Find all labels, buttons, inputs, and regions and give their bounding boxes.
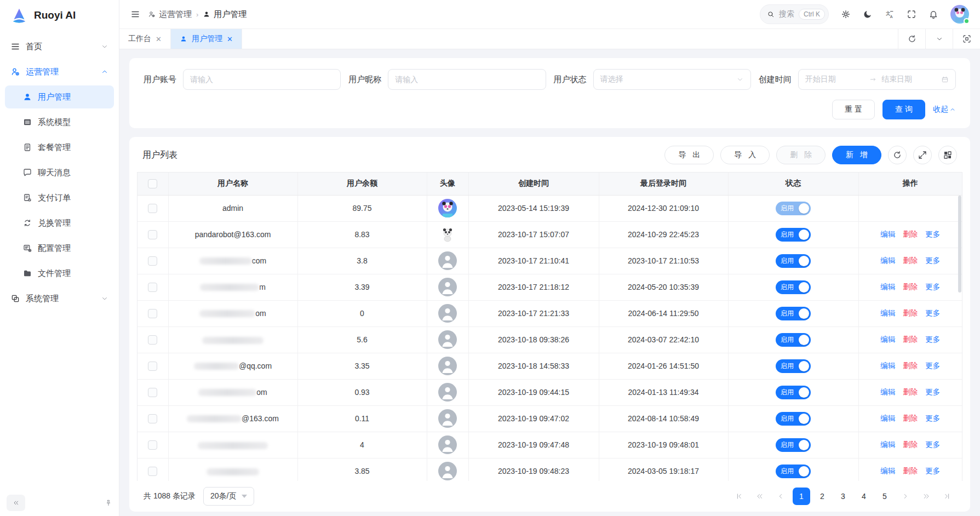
status-toggle[interactable]: 启用 xyxy=(776,280,811,294)
status-toggle[interactable]: 启用 xyxy=(776,438,811,452)
query-button[interactable]: 查 询 xyxy=(882,100,925,119)
breadcrumb-item-operations[interactable]: 运营管理 xyxy=(148,9,192,20)
more-link[interactable]: 更多 xyxy=(925,362,940,370)
edit-link[interactable]: 编辑 xyxy=(880,309,895,317)
more-link[interactable]: 更多 xyxy=(925,283,940,291)
tab-user-management[interactable]: 用户管理 ✕ xyxy=(171,29,242,49)
status-toggle[interactable]: 启用 xyxy=(776,254,811,268)
fullscreen-icon[interactable] xyxy=(907,9,916,19)
first-page-button[interactable] xyxy=(730,488,748,505)
collapse-filter-link[interactable]: 收起 xyxy=(933,105,956,114)
status-toggle[interactable]: 启用 xyxy=(776,465,811,478)
row-checkbox[interactable] xyxy=(148,388,157,397)
row-checkbox[interactable] xyxy=(148,283,157,292)
edit-link[interactable]: 编辑 xyxy=(880,388,895,396)
next-page-button[interactable] xyxy=(897,488,914,505)
sidebar-item-兑换管理[interactable]: 兑换管理 xyxy=(5,211,114,234)
daterange-picker[interactable]: 开始日期 结束日期 xyxy=(798,69,956,90)
status-toggle[interactable]: 启用 xyxy=(776,386,811,399)
prev-jump-button[interactable] xyxy=(751,488,769,505)
sidebar-item-文件管理[interactable]: 文件管理 xyxy=(5,262,114,285)
scrollbar-thumb[interactable] xyxy=(958,196,961,293)
more-link[interactable]: 更多 xyxy=(925,335,940,343)
sidebar-section-1[interactable]: 运营管理 xyxy=(5,60,114,83)
sidebar-toggle-icon[interactable] xyxy=(130,9,140,19)
row-checkbox[interactable] xyxy=(148,335,157,345)
bell-icon[interactable] xyxy=(929,9,938,19)
nickname-input[interactable] xyxy=(395,75,538,84)
more-link[interactable]: 更多 xyxy=(925,309,940,317)
reset-button[interactable]: 重 置 xyxy=(832,100,875,119)
delete-link[interactable]: 删除 xyxy=(903,230,918,238)
sidebar-item-用户管理[interactable]: 用户管理 xyxy=(5,85,114,108)
delete-link[interactable]: 删除 xyxy=(903,362,918,370)
row-checkbox[interactable] xyxy=(148,230,157,239)
status-toggle[interactable]: 启用 xyxy=(776,307,811,320)
close-icon[interactable]: ✕ xyxy=(156,35,162,43)
delete-link[interactable]: 删除 xyxy=(903,467,918,475)
more-link[interactable]: 更多 xyxy=(925,440,940,449)
import-button[interactable]: 导 入 xyxy=(720,146,770,164)
sidebar-item-系统模型[interactable]: 系统模型 xyxy=(5,111,114,134)
settings-icon[interactable] xyxy=(841,9,851,19)
close-icon[interactable]: ✕ xyxy=(227,35,233,43)
delete-link[interactable]: 删除 xyxy=(903,388,918,396)
page-size-select[interactable]: 20条/页 xyxy=(203,487,254,506)
sidebar-item-套餐管理[interactable]: 套餐管理 xyxy=(5,136,114,159)
row-checkbox[interactable] xyxy=(148,440,157,450)
delete-link[interactable]: 删除 xyxy=(903,440,918,449)
row-checkbox[interactable] xyxy=(148,362,157,371)
account-input[interactable] xyxy=(190,75,334,84)
edit-link[interactable]: 编辑 xyxy=(880,283,895,291)
page-button-5[interactable]: 5 xyxy=(876,488,893,505)
status-toggle[interactable]: 启用 xyxy=(776,412,811,426)
sidebar-item-配置管理[interactable]: 配置管理 xyxy=(5,237,114,260)
edit-link[interactable]: 编辑 xyxy=(880,414,895,422)
edit-link[interactable]: 编辑 xyxy=(880,335,895,343)
more-link[interactable]: 更多 xyxy=(925,388,940,396)
moon-icon[interactable] xyxy=(863,9,873,19)
edit-link[interactable]: 编辑 xyxy=(880,362,895,370)
sidebar-section-0[interactable]: 首页 xyxy=(5,35,114,58)
sidebar-collapse-button[interactable] xyxy=(7,495,25,511)
delete-link[interactable]: 删除 xyxy=(903,256,918,265)
edit-link[interactable]: 编辑 xyxy=(880,467,895,475)
sidebar-item-支付订单[interactable]: 支付订单 xyxy=(5,186,114,209)
prev-page-button[interactable] xyxy=(772,488,789,505)
row-checkbox[interactable] xyxy=(148,467,157,476)
add-button[interactable]: 新 增 xyxy=(832,146,881,164)
sidebar-section-2[interactable]: 系统管理 xyxy=(5,287,114,310)
edit-link[interactable]: 编辑 xyxy=(880,256,895,265)
row-checkbox[interactable] xyxy=(148,309,157,318)
row-checkbox[interactable] xyxy=(148,414,157,423)
delete-link[interactable]: 删除 xyxy=(903,414,918,422)
more-link[interactable]: 更多 xyxy=(925,256,940,265)
tab-maximize-button[interactable] xyxy=(953,29,980,49)
more-link[interactable]: 更多 xyxy=(925,230,940,238)
row-checkbox[interactable] xyxy=(148,256,157,266)
export-button[interactable]: 导 出 xyxy=(664,146,714,164)
edit-link[interactable]: 编辑 xyxy=(880,440,895,449)
page-button-2[interactable]: 2 xyxy=(813,488,831,505)
status-toggle[interactable]: 启用 xyxy=(776,228,811,242)
tab-refresh-button[interactable] xyxy=(898,29,925,49)
row-checkbox[interactable] xyxy=(148,204,157,213)
pin-button[interactable] xyxy=(105,499,112,507)
table-fullscreen-button[interactable] xyxy=(913,146,932,164)
status-toggle[interactable]: 启用 xyxy=(776,202,811,215)
page-button-1[interactable]: 1 xyxy=(793,488,810,505)
delete-link[interactable]: 删除 xyxy=(903,309,918,317)
column-settings-button[interactable] xyxy=(938,146,957,164)
more-link[interactable]: 更多 xyxy=(925,414,940,422)
edit-link[interactable]: 编辑 xyxy=(880,230,895,238)
delete-button[interactable]: 删 除 xyxy=(776,146,826,164)
status-select[interactable]: 请选择 xyxy=(593,69,751,90)
delete-link[interactable]: 删除 xyxy=(903,283,918,291)
table-refresh-button[interactable] xyxy=(888,146,907,164)
more-link[interactable]: 更多 xyxy=(925,467,940,475)
breadcrumb-item-users[interactable]: 用户管理 xyxy=(203,9,247,20)
table-scrollbar[interactable] xyxy=(958,196,961,481)
select-all-checkbox[interactable] xyxy=(148,179,157,188)
status-toggle[interactable]: 启用 xyxy=(776,359,811,373)
user-avatar[interactable] xyxy=(950,5,969,24)
